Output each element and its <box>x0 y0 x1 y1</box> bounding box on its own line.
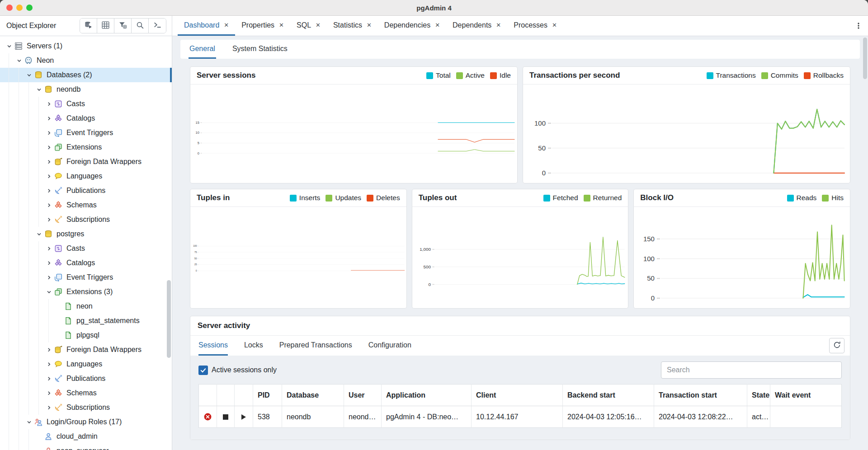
column-header-action[interactable] <box>235 384 253 406</box>
filter-icon-button[interactable] <box>114 19 132 33</box>
close-tab-icon[interactable]: ✕ <box>552 22 557 28</box>
tree-item-neondb[interactable]: neondb <box>0 82 172 97</box>
search-icon-button[interactable] <box>132 19 149 33</box>
tab-dashboard[interactable]: Dashboard✕ <box>178 16 235 36</box>
column-header-database[interactable]: Database <box>282 384 344 406</box>
tree-item-foreign-data-wrappers[interactable]: Foreign Data Wrappers <box>0 155 172 169</box>
tab-properties[interactable]: Properties✕ <box>235 16 290 36</box>
table-grid-icon-button[interactable] <box>97 19 114 33</box>
tree-item-plpgsql[interactable]: plpgsql <box>0 328 172 342</box>
tree-item-neon[interactable]: Neon <box>0 53 172 68</box>
tree-item-postgres[interactable]: postgres <box>0 227 172 241</box>
tree-item-event-triggers[interactable]: Event Triggers <box>0 270 172 285</box>
chevron-right-icon[interactable] <box>44 188 53 194</box>
tree-item-catalogs[interactable]: Catalogs <box>0 111 172 126</box>
sidebar-scrollbar-thumb[interactable] <box>167 280 171 358</box>
chevron-right-icon[interactable] <box>44 390 53 396</box>
tree-item-catalogs[interactable]: Catalogs <box>0 256 172 270</box>
expand-details-icon[interactable] <box>235 406 253 428</box>
tab-statistics[interactable]: Statistics✕ <box>327 16 378 36</box>
tree-item-casts[interactable]: Casts <box>0 97 172 111</box>
chevron-right-icon[interactable] <box>44 260 53 266</box>
column-header-pid[interactable]: PID <box>253 384 282 406</box>
tree-item-neon[interactable]: neon <box>0 299 172 314</box>
search-input[interactable] <box>661 361 842 379</box>
tab-dependents[interactable]: Dependents✕ <box>446 16 507 36</box>
column-header-wait-event[interactable]: Wait event <box>770 384 842 406</box>
chevron-right-icon[interactable] <box>44 376 53 382</box>
tree-item-event-triggers[interactable]: Event Triggers <box>0 126 172 140</box>
tab-sql[interactable]: SQL✕ <box>290 16 327 36</box>
column-header-transaction-start[interactable]: Transaction start <box>654 384 747 406</box>
refresh-button[interactable] <box>829 338 844 353</box>
tree-item-casts[interactable]: Casts <box>0 241 172 256</box>
tab-processes[interactable]: Processes✕ <box>507 16 563 36</box>
close-tab-icon[interactable]: ✕ <box>224 22 229 28</box>
cancel-query-icon[interactable] <box>199 406 217 428</box>
column-header-backend-start[interactable]: Backend start <box>563 384 654 406</box>
chevron-down-icon[interactable] <box>24 72 33 78</box>
chevron-down-icon[interactable] <box>34 87 43 93</box>
column-header-action[interactable] <box>217 384 235 406</box>
tab-dependencies[interactable]: Dependencies✕ <box>378 16 446 36</box>
tree-item-publications[interactable]: Publications <box>0 371 172 386</box>
chevron-right-icon[interactable] <box>44 159 53 165</box>
terminal-icon-button[interactable] <box>149 19 166 33</box>
tab-options-icon[interactable] <box>853 16 864 36</box>
chevron-right-icon[interactable] <box>44 130 53 136</box>
activity-tab-sessions[interactable]: Sessions <box>198 336 228 356</box>
activity-tab-locks[interactable]: Locks <box>244 336 263 356</box>
column-header-state[interactable]: State <box>747 384 770 406</box>
close-tab-icon[interactable]: ✕ <box>279 22 284 28</box>
tree-item-cloud-admin[interactable]: cloud_admin <box>0 429 172 444</box>
tree-item-subscriptions[interactable]: Subscriptions <box>0 400 172 415</box>
close-tab-icon[interactable]: ✕ <box>435 22 440 28</box>
close-window-icon[interactable] <box>6 5 13 11</box>
chevron-right-icon[interactable] <box>44 275 53 281</box>
database-icon-button[interactable] <box>80 19 97 33</box>
chevron-down-icon[interactable] <box>34 231 43 237</box>
tree-item-pg-stat-statements[interactable]: pg_stat_statements <box>0 314 172 328</box>
tree-item-schemas[interactable]: Schemas <box>0 386 172 400</box>
activity-tab-configuration[interactable]: Configuration <box>368 336 411 356</box>
tree-item-servers-1[interactable]: Servers (1) <box>0 39 172 53</box>
chevron-right-icon[interactable] <box>44 173 53 179</box>
tree-item-languages[interactable]: Languages <box>0 169 172 183</box>
column-header-application[interactable]: Application <box>382 384 472 406</box>
chevron-down-icon[interactable] <box>14 58 24 64</box>
chevron-right-icon[interactable] <box>44 116 53 122</box>
tree-item-schemas[interactable]: Schemas <box>0 198 172 212</box>
chevron-right-icon[interactable] <box>44 361 53 367</box>
tree-item-extensions-3[interactable]: Extensions (3) <box>0 285 172 299</box>
column-header-user[interactable]: User <box>344 384 382 406</box>
activity-tab-prepared-transactions[interactable]: Prepared Transactions <box>279 336 352 356</box>
tree-item-foreign-data-wrappers[interactable]: Foreign Data Wrappers <box>0 342 172 357</box>
chevron-right-icon[interactable] <box>44 101 53 107</box>
active-sessions-checkbox[interactable] <box>198 366 208 375</box>
column-header-client[interactable]: Client <box>472 384 563 406</box>
tree-item-publications[interactable]: Publications <box>0 183 172 198</box>
minimize-window-icon[interactable] <box>16 5 23 11</box>
chevron-right-icon[interactable] <box>44 217 53 223</box>
close-tab-icon[interactable]: ✕ <box>367 22 372 28</box>
chevron-down-icon[interactable] <box>24 419 33 425</box>
tree-item-databases-2[interactable]: Databases (2) <box>0 68 172 82</box>
zoom-window-icon[interactable] <box>26 5 33 11</box>
tree-item-extensions[interactable]: Extensions <box>0 140 172 155</box>
chevron-right-icon[interactable] <box>44 145 53 150</box>
tree-item-languages[interactable]: Languages <box>0 357 172 371</box>
chevron-right-icon[interactable] <box>44 405 53 411</box>
close-tab-icon[interactable]: ✕ <box>316 22 321 28</box>
terminate-session-icon[interactable] <box>217 406 235 428</box>
tree-item-login-group-roles-17[interactable]: Login/Group Roles (17) <box>0 415 172 429</box>
chevron-right-icon[interactable] <box>44 202 53 208</box>
subtab-general[interactable]: General <box>189 40 216 59</box>
tree-item-subscriptions[interactable]: Subscriptions <box>0 212 172 227</box>
tree-item-neon-superuser[interactable]: neon_superuser <box>0 444 172 450</box>
subtab-system-statistics[interactable]: System Statistics <box>231 40 288 59</box>
chevron-down-icon[interactable] <box>44 289 53 295</box>
chevron-right-icon[interactable] <box>44 246 53 252</box>
close-tab-icon[interactable]: ✕ <box>496 22 501 28</box>
chevron-down-icon[interactable] <box>5 43 14 49</box>
main-scrollbar-thumb[interactable] <box>863 38 867 79</box>
